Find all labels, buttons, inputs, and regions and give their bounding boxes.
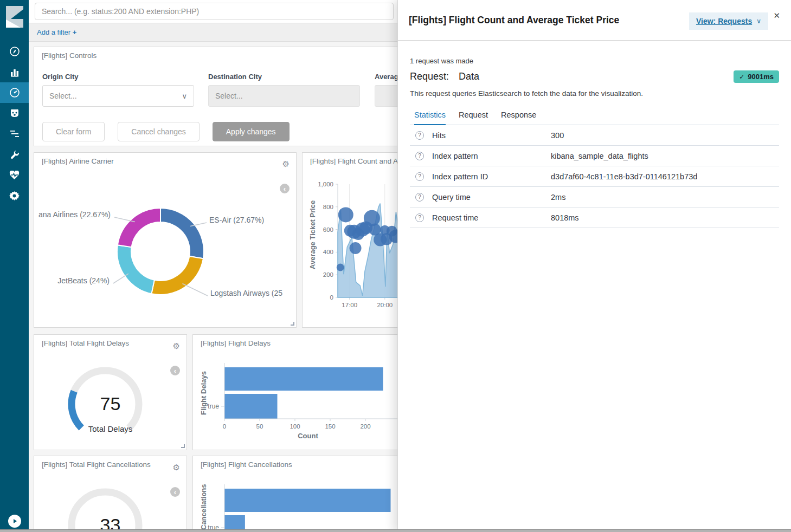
- svg-text:400: 400: [323, 249, 333, 255]
- panel-total-flight-delays: [Flights] Total Flight Delays ⚙ ‹ 75 Tot…: [34, 334, 187, 450]
- destination-city-field: Destination City Select...: [208, 73, 360, 107]
- sidebar-item-monitoring[interactable]: [0, 165, 29, 185]
- sidebar-item-logs[interactable]: [0, 124, 29, 144]
- help-icon[interactable]: ?: [415, 152, 424, 160]
- svg-text:1,000: 1,000: [318, 181, 333, 187]
- statistics-table: ? Hits 300 ? Index pattern kibana_sample…: [410, 125, 779, 228]
- airline-carrier-donut-chart[interactable]: [34, 158, 296, 326]
- table-row: ? Index pattern kibana_sample_data_fligh…: [410, 146, 779, 166]
- flyout-header: [Flights] Flight Count and Average Ticke…: [398, 0, 791, 41]
- wrench-icon: [10, 150, 20, 159]
- panel-title: [Flights] Controls: [42, 51, 97, 60]
- tab-request[interactable]: Request: [459, 111, 488, 125]
- donut-label-kibana-airlines: ana Airlines (22.67%): [38, 210, 111, 219]
- view-requests-dropdown[interactable]: View: Requests ∨: [689, 12, 768, 30]
- kibana-logo[interactable]: [0, 0, 29, 34]
- tab-statistics[interactable]: Statistics: [414, 111, 446, 125]
- panel-airline-carrier: [Flights] Airline Carrier ⚙ ‹ ES-Air (27…: [34, 152, 297, 328]
- nav-expand-button[interactable]: [8, 515, 21, 528]
- gauge-value: 75: [34, 393, 187, 414]
- svg-text:150: 150: [325, 423, 335, 430]
- sidebar-item-dashboard[interactable]: [0, 82, 29, 103]
- sidebar-nav: [0, 0, 29, 532]
- help-icon[interactable]: ?: [415, 172, 424, 181]
- close-icon[interactable]: ✕: [773, 11, 780, 21]
- table-row: ? Index pattern ID d3d7af60-4c81-11e8-b3…: [410, 166, 779, 187]
- origin-city-label: Origin City: [42, 73, 194, 81]
- panel-resize-handle[interactable]: [181, 444, 185, 448]
- svg-text:0: 0: [223, 423, 226, 430]
- request-duration-badge: ✓ 9001ms: [734, 70, 779, 83]
- chevron-down-icon: ∨: [182, 92, 187, 100]
- sidebar-item-dev-tools[interactable]: [0, 144, 29, 165]
- donut-label-jetbeats: JetBeats (24%): [57, 276, 110, 285]
- clear-form-button[interactable]: Clear form: [42, 122, 105, 141]
- sidebar-item-visualize[interactable]: [0, 62, 29, 82]
- kibana-logo-icon: [5, 5, 24, 28]
- gauge-label: Total Delays: [34, 424, 187, 433]
- check-icon: ✓: [739, 73, 744, 81]
- origin-city-select[interactable]: Select... ∨: [42, 85, 194, 107]
- donut-label-es-air: ES-Air (27.67%): [209, 216, 264, 224]
- svg-text:0: 0: [330, 294, 333, 301]
- origin-city-field: Origin City Select... ∨: [42, 73, 194, 107]
- face-icon: [9, 108, 20, 118]
- help-icon[interactable]: ?: [415, 131, 424, 140]
- add-filter-link[interactable]: Add a filter +: [37, 28, 76, 36]
- cancel-changes-button[interactable]: Cancel changes: [118, 122, 199, 141]
- svg-text:600: 600: [323, 226, 333, 233]
- sidebar-item-apm[interactable]: [0, 103, 29, 124]
- request-name: Data: [459, 71, 479, 82]
- table-row: ? Hits 300: [410, 125, 779, 146]
- apply-changes-button[interactable]: Apply changes: [213, 122, 290, 141]
- svg-text:17:00: 17:00: [342, 302, 357, 308]
- request-label: Request:: [410, 71, 449, 82]
- sidebar-item-management[interactable]: [0, 185, 29, 206]
- help-icon[interactable]: ?: [415, 213, 424, 222]
- gear-icon: [9, 191, 20, 201]
- svg-text:true: true: [208, 403, 219, 410]
- destination-city-select[interactable]: Select...: [208, 85, 360, 107]
- panel-total-flight-cancellations: [Flights] Total Flight Cancellations ⚙ ‹…: [34, 456, 187, 532]
- search-input[interactable]: [35, 3, 394, 20]
- svg-text:100: 100: [290, 423, 300, 430]
- bar-chart-icon: [10, 67, 20, 77]
- svg-text:200: 200: [323, 271, 333, 278]
- chevron-down-icon: ∨: [756, 17, 761, 25]
- help-icon[interactable]: ?: [415, 193, 424, 202]
- horizontal-scrollbar[interactable]: [0, 529, 791, 532]
- svg-text:800: 800: [323, 204, 333, 210]
- flyout-title: [Flights] Flight Count and Average Ticke…: [409, 15, 619, 26]
- table-row: ? Query time 2ms: [410, 187, 779, 207]
- svg-text:50: 50: [256, 423, 263, 430]
- tab-response[interactable]: Response: [501, 111, 536, 125]
- play-icon: [11, 518, 18, 524]
- heartbeat-icon: [9, 171, 20, 180]
- table-row: ? Request time 8018ms: [410, 207, 779, 228]
- svg-text:20:00: 20:00: [377, 302, 393, 308]
- panel-resize-handle[interactable]: [291, 322, 294, 326]
- plus-icon: +: [73, 28, 77, 36]
- list-lines-icon: [10, 129, 20, 138]
- svg-text:Count: Count: [298, 432, 318, 440]
- gauge-icon: [9, 87, 20, 98]
- sidebar-item-discover[interactable]: [0, 41, 29, 62]
- request-inspector-flyout: [Flights] Flight Count and Average Ticke…: [397, 0, 791, 532]
- compass-icon: [9, 46, 20, 57]
- request-description: This request queries Elasticsearch to fe…: [410, 89, 779, 98]
- destination-city-label: Destination City: [208, 73, 360, 81]
- request-count-text: 1 request was made: [410, 57, 779, 65]
- donut-label-logstash: Logstash Airways (25: [210, 289, 282, 297]
- svg-text:200: 200: [360, 423, 370, 430]
- flyout-tabs: Statistics Request Response: [410, 111, 779, 125]
